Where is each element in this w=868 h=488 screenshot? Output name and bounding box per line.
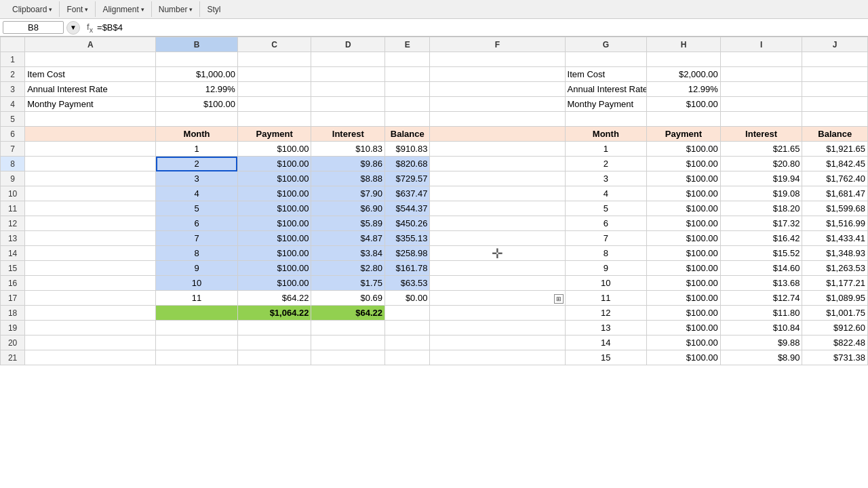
cell-g8[interactable]: 2 bbox=[565, 157, 647, 171]
cell-g12[interactable]: 6 bbox=[565, 216, 647, 231]
cell-e3[interactable] bbox=[385, 82, 430, 97]
row-num-8[interactable]: 8 bbox=[1, 157, 25, 171]
cell-i7[interactable]: $21.65 bbox=[720, 142, 802, 157]
cell-j19[interactable]: $912.60 bbox=[802, 321, 868, 336]
cell-e18[interactable] bbox=[385, 306, 430, 321]
cell-h15[interactable]: $100.00 bbox=[647, 261, 721, 276]
cell-a5[interactable] bbox=[25, 112, 156, 127]
cell-d6[interactable]: Interest bbox=[311, 127, 385, 142]
cell-i5[interactable] bbox=[720, 112, 802, 127]
cell-i17[interactable]: $12.74 bbox=[720, 291, 802, 306]
font-arrow[interactable]: ▾ bbox=[85, 6, 88, 13]
cell-h2[interactable]: $2,000.00 bbox=[647, 67, 721, 82]
cell-e4[interactable] bbox=[385, 97, 430, 112]
cell-a2[interactable]: Item Cost bbox=[25, 67, 156, 82]
row-num-17[interactable]: 17 bbox=[1, 291, 25, 306]
cell-f8[interactable] bbox=[430, 157, 565, 171]
cell-e12[interactable]: $450.26 bbox=[385, 216, 430, 231]
cell-e17[interactable]: $0.00 bbox=[385, 291, 430, 306]
cell-h7[interactable]: $100.00 bbox=[647, 142, 721, 157]
cell-b20[interactable] bbox=[156, 336, 238, 350]
col-header-g[interactable]: G bbox=[565, 37, 647, 52]
cell-g17[interactable]: 11 bbox=[565, 291, 647, 306]
cell-h21[interactable]: $100.00 bbox=[647, 350, 721, 365]
cell-b17[interactable]: 11 bbox=[156, 291, 238, 306]
row-num-21[interactable]: 21 bbox=[1, 350, 25, 365]
cell-j12[interactable]: $1,516.99 bbox=[802, 216, 868, 231]
cell-d18[interactable]: $64.22 bbox=[311, 306, 385, 321]
cell-j13[interactable]: $1,433.41 bbox=[802, 231, 868, 246]
cell-e15[interactable]: $161.78 bbox=[385, 261, 430, 276]
cell-j3[interactable] bbox=[802, 82, 868, 97]
cell-c17[interactable]: $64.22 bbox=[237, 291, 311, 306]
cell-d4[interactable] bbox=[311, 97, 385, 112]
cell-b12[interactable]: 6 bbox=[156, 216, 238, 231]
cell-b11[interactable]: 5 bbox=[156, 201, 238, 216]
cell-a15[interactable] bbox=[25, 261, 156, 276]
cell-a10[interactable] bbox=[25, 186, 156, 201]
cell-a3[interactable]: Annual Interest Rate bbox=[25, 82, 156, 97]
cell-b5[interactable] bbox=[156, 112, 238, 127]
cell-b21[interactable] bbox=[156, 350, 238, 365]
col-header-a[interactable]: A bbox=[25, 37, 156, 52]
cell-b10[interactable]: 4 bbox=[156, 186, 238, 201]
row-num-19[interactable]: 19 bbox=[1, 321, 25, 336]
number-arrow[interactable]: ▾ bbox=[189, 6, 193, 13]
cell-d13[interactable]: $4.87 bbox=[311, 231, 385, 246]
cell-c4[interactable] bbox=[237, 97, 311, 112]
cell-d21[interactable] bbox=[311, 350, 385, 365]
row-num-15[interactable]: 15 bbox=[1, 261, 25, 276]
col-header-e[interactable]: E bbox=[385, 37, 430, 52]
cell-a4[interactable]: Monthy Payment bbox=[25, 97, 156, 112]
cell-f14[interactable]: ✛ bbox=[430, 246, 565, 261]
cell-a7[interactable] bbox=[25, 142, 156, 157]
cell-e21[interactable] bbox=[385, 350, 430, 365]
cell-g6[interactable]: Month bbox=[565, 127, 647, 142]
cell-g4[interactable]: Monthy Payment bbox=[565, 97, 647, 112]
cell-j17[interactable]: $1,089.95 bbox=[802, 291, 868, 306]
cell-j21[interactable]: $731.38 bbox=[802, 350, 868, 365]
cell-g19[interactable]: 13 bbox=[565, 321, 647, 336]
cell-g3[interactable]: Annual Interest Rate bbox=[565, 82, 647, 97]
cell-b15[interactable]: 9 bbox=[156, 261, 238, 276]
cell-i11[interactable]: $18.20 bbox=[720, 201, 802, 216]
cell-j1[interactable] bbox=[802, 52, 868, 67]
cell-d3[interactable] bbox=[311, 82, 385, 97]
col-header-j[interactable]: J bbox=[802, 37, 868, 52]
cell-e13[interactable]: $355.13 bbox=[385, 231, 430, 246]
cell-h1[interactable] bbox=[647, 52, 721, 67]
cell-h20[interactable]: $100.00 bbox=[647, 336, 721, 350]
cell-f15[interactable] bbox=[430, 261, 565, 276]
cell-b2[interactable]: $1,000.00 bbox=[156, 67, 238, 82]
alignment-arrow[interactable]: ▾ bbox=[141, 6, 144, 13]
cell-c12[interactable]: $100.00 bbox=[237, 216, 311, 231]
cell-d16[interactable]: $1.75 bbox=[311, 276, 385, 291]
cell-a12[interactable] bbox=[25, 216, 156, 231]
cell-c21[interactable] bbox=[237, 350, 311, 365]
cell-e1[interactable] bbox=[385, 52, 430, 67]
cell-h14[interactable]: $100.00 bbox=[647, 246, 721, 261]
cell-d10[interactable]: $7.90 bbox=[311, 186, 385, 201]
col-header-d[interactable]: D bbox=[311, 37, 385, 52]
cell-d9[interactable]: $8.88 bbox=[311, 171, 385, 186]
cell-g15[interactable]: 9 bbox=[565, 261, 647, 276]
cell-b7[interactable]: 1 bbox=[156, 142, 238, 157]
cell-h19[interactable]: $100.00 bbox=[647, 321, 721, 336]
cell-a9[interactable] bbox=[25, 171, 156, 186]
cell-d1[interactable] bbox=[311, 52, 385, 67]
cell-h8[interactable]: $100.00 bbox=[647, 157, 721, 171]
cell-a8[interactable] bbox=[25, 157, 156, 171]
cell-f10[interactable] bbox=[430, 186, 565, 201]
cell-j5[interactable] bbox=[802, 112, 868, 127]
cell-c5[interactable] bbox=[237, 112, 311, 127]
cell-a13[interactable] bbox=[25, 231, 156, 246]
cell-g9[interactable]: 3 bbox=[565, 171, 647, 186]
cell-i9[interactable]: $19.94 bbox=[720, 171, 802, 186]
cell-b6[interactable]: Month bbox=[156, 127, 238, 142]
cell-f9[interactable] bbox=[430, 171, 565, 186]
cell-d12[interactable]: $5.89 bbox=[311, 216, 385, 231]
row-num-6[interactable]: 6 bbox=[1, 127, 25, 142]
cell-c2[interactable] bbox=[237, 67, 311, 82]
cell-g5[interactable] bbox=[565, 112, 647, 127]
cell-c14[interactable]: $100.00 bbox=[237, 246, 311, 261]
